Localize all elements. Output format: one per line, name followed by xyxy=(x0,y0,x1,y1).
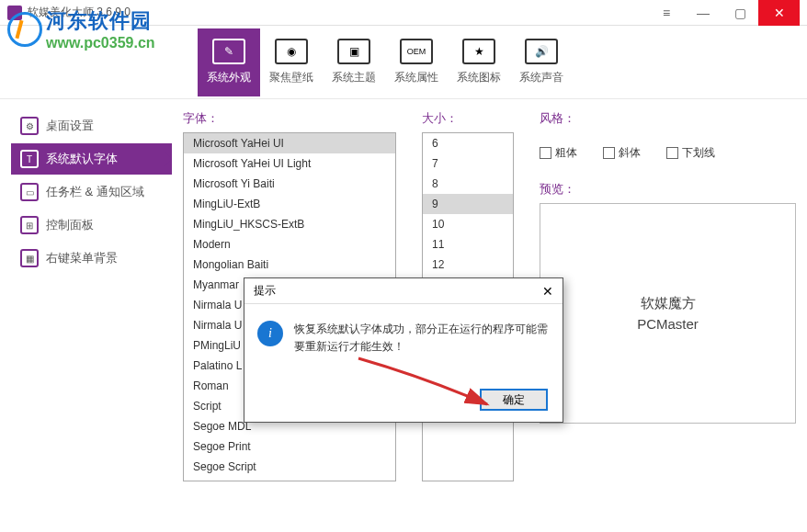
dialog-backdrop: 提示 ✕ i 恢复系统默认字体成功，部分正在运行的程序可能需要重新运行才能生效！… xyxy=(0,0,807,532)
ok-button[interactable]: 确定 xyxy=(480,389,548,411)
dialog-message: 恢复系统默认字体成功，部分正在运行的程序可能需要重新运行才能生效！ xyxy=(294,321,550,356)
message-dialog: 提示 ✕ i 恢复系统默认字体成功，部分正在运行的程序可能需要重新运行才能生效！… xyxy=(244,277,563,423)
dialog-title: 提示 xyxy=(254,283,276,299)
dialog-close-button[interactable]: ✕ xyxy=(539,284,557,299)
info-icon: i xyxy=(257,321,283,346)
